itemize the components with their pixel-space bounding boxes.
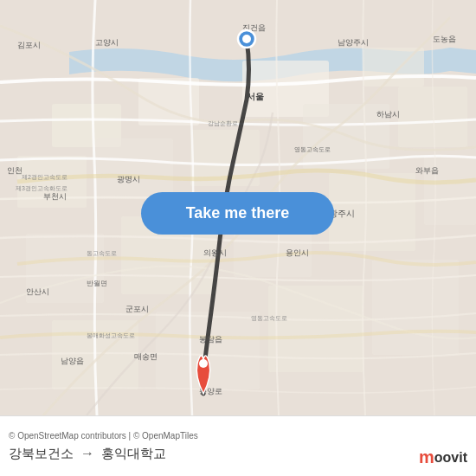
svg-text:서울: 서울 <box>247 92 264 101</box>
svg-text:동고속도로: 동고속도로 <box>87 250 117 257</box>
svg-text:강남순환로: 강남순환로 <box>208 120 238 127</box>
svg-text:안산시: 안산시 <box>26 287 49 296</box>
svg-point-49 <box>199 359 208 368</box>
svg-text:남양주시: 남양주시 <box>338 38 369 47</box>
svg-text:군포시: 군포시 <box>125 305 149 313</box>
svg-text:봉담읍: 봉담읍 <box>199 335 222 344</box>
svg-text:하남시: 하남시 <box>376 110 400 119</box>
attribution: © OpenStreetMap contributors | © OpenMap… <box>9 431 467 441</box>
svg-text:반월면: 반월면 <box>87 280 107 287</box>
moovit-logo: m oovit <box>419 447 467 467</box>
svg-text:도농읍: 도농읍 <box>433 35 456 43</box>
svg-text:의왕시: 의왕시 <box>203 248 227 257</box>
svg-text:영동고속도로: 영동고속도로 <box>251 315 287 322</box>
origin-label: 강북보건소 <box>9 446 74 462</box>
svg-text:와부읍: 와부읍 <box>415 166 439 175</box>
svg-rect-6 <box>95 138 173 199</box>
take-me-there-button[interactable]: Take me there <box>141 192 334 235</box>
svg-text:제2경인고속도로: 제2경인고속도로 <box>22 174 68 181</box>
svg-text:매송면: 매송면 <box>134 352 158 361</box>
map-container: 김포시 고양시 진건읍 남양주시 도농읍 인천 부천시 광명시 서울 하남시 와… <box>0 0 476 415</box>
svg-text:부천시: 부천시 <box>43 192 67 201</box>
svg-text:고양시: 고양시 <box>95 38 119 47</box>
moovit-logo-text: oovit <box>434 450 467 466</box>
route-info: 강북보건소 → 홍익대학교 <box>9 446 467 462</box>
svg-text:봉매화성고속도로: 봉매화성고속도로 <box>87 332 135 339</box>
arrow-icon: → <box>80 446 94 461</box>
svg-rect-18 <box>372 260 459 355</box>
bottom-bar: © OpenStreetMap contributors | © OpenMap… <box>0 415 476 476</box>
moovit-logo-icon: m <box>419 447 434 467</box>
destination-label: 홍익대학교 <box>101 446 166 462</box>
svg-point-48 <box>242 35 251 43</box>
svg-text:남양읍: 남양읍 <box>61 357 84 365</box>
svg-text:광명시: 광명시 <box>117 175 140 183</box>
svg-text:제3경인고속화도로: 제3경인고속화도로 <box>16 185 68 192</box>
svg-text:김포시: 김포시 <box>17 41 41 49</box>
svg-text:영동고속도로: 영동고속도로 <box>294 146 331 153</box>
svg-text:인천: 인천 <box>7 166 23 175</box>
svg-text:용인시: 용인시 <box>286 248 309 257</box>
